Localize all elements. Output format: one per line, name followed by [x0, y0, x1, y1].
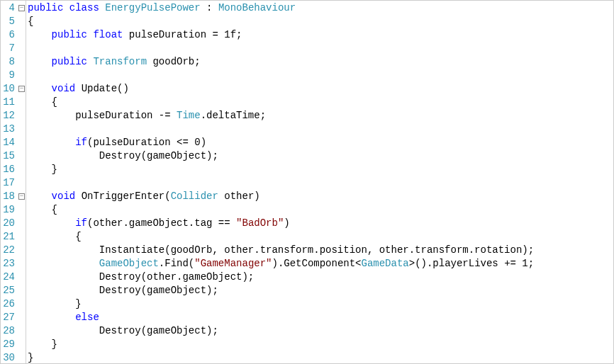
token-kw: if: [75, 137, 87, 148]
code-line[interactable]: else: [28, 311, 534, 324]
line-number: 28: [1, 324, 15, 338]
line-number: 11: [1, 96, 15, 109]
line-number: 29: [1, 338, 15, 351]
token-txt: pulseDuration = 1f;: [129, 29, 242, 40]
token-kw: void: [52, 190, 82, 202]
code-line[interactable]: Instantiate(goodOrb, other.transform.pos…: [28, 244, 534, 257]
token-type: GameObject: [99, 258, 159, 269]
line-number: 19: [1, 203, 15, 217]
token-txt: Destroy(other.gameObject);: [28, 271, 254, 283]
line-number: 25: [1, 284, 15, 297]
fold-spacer: [18, 96, 26, 109]
code-line[interactable]: }: [28, 297, 534, 311]
code-line[interactable]: }: [28, 338, 534, 351]
code-line[interactable]: [28, 123, 534, 136]
fold-spacer: [18, 203, 26, 217]
line-number: 24: [1, 271, 15, 284]
token-str: "GameManager": [194, 258, 272, 269]
token-kw: class: [69, 2, 105, 13]
line-number: 22: [1, 244, 15, 257]
fold-spacer: [18, 109, 26, 123]
fold-spacer: [18, 271, 26, 284]
code-line[interactable]: {: [28, 203, 534, 217]
line-number: 20: [1, 217, 15, 230]
fold-spacer: [18, 55, 26, 69]
fold-spacer: [18, 69, 26, 82]
code-line[interactable]: [28, 176, 534, 190]
line-number: 5: [1, 15, 15, 28]
code-line[interactable]: void OnTriggerEnter(Collider other): [28, 190, 534, 203]
token-kw: public: [52, 29, 94, 40]
token-kw: public: [52, 56, 94, 67]
code-area[interactable]: public class EnergyPulsePower : MonoBeha…: [26, 1, 534, 363]
code-line[interactable]: void Update(): [28, 82, 534, 96]
line-number: 23: [1, 257, 15, 271]
code-line[interactable]: [28, 42, 534, 55]
token-txt: }: [28, 339, 57, 350]
code-line[interactable]: {: [28, 96, 534, 109]
line-number: 26: [1, 297, 15, 311]
code-line[interactable]: pulseDuration -= Time.deltaTime;: [28, 109, 534, 123]
line-number: 12: [1, 109, 15, 123]
code-line[interactable]: public float pulseDuration = 1f;: [28, 28, 534, 42]
token-type: Transform: [93, 56, 147, 67]
token-txt: [28, 217, 75, 229]
token-txt: }: [28, 298, 82, 309]
fold-spacer: [18, 163, 26, 176]
token-txt: {: [28, 96, 57, 108]
token-txt: }: [28, 164, 57, 175]
code-line[interactable]: {: [28, 15, 534, 28]
line-number: 8: [1, 55, 15, 69]
fold-spacer: [18, 230, 26, 244]
token-txt: :: [201, 2, 218, 13]
code-line[interactable]: [28, 69, 534, 82]
fold-toggle-icon[interactable]: −: [18, 190, 26, 203]
line-number: 6: [1, 28, 15, 42]
code-line[interactable]: }: [28, 163, 534, 176]
token-txt: .deltaTime;: [201, 110, 266, 121]
fold-spacer: [18, 15, 26, 28]
code-line[interactable]: }: [28, 351, 534, 364]
token-txt: {: [28, 16, 33, 27]
fold-toggle-icon[interactable]: −: [18, 1, 26, 15]
code-editor[interactable]: 4567891011121314151617181920212223242526…: [1, 1, 613, 363]
token-txt: [28, 56, 52, 67]
fold-spacer: [18, 136, 26, 149]
code-line[interactable]: Destroy(gameObject);: [28, 324, 534, 338]
line-number: 17: [1, 176, 15, 190]
token-txt: Destroy(gameObject);: [28, 325, 218, 336]
line-number: 13: [1, 123, 15, 136]
fold-spacer: [18, 176, 26, 190]
code-line[interactable]: public class EnergyPulsePower : MonoBeha…: [28, 1, 534, 15]
code-line[interactable]: {: [28, 230, 534, 244]
fold-spacer: [18, 42, 26, 55]
token-txt: [28, 312, 75, 323]
code-line[interactable]: Destroy(other.gameObject);: [28, 271, 534, 284]
code-line[interactable]: public Transform goodOrb;: [28, 55, 534, 69]
token-txt: Update(): [82, 83, 129, 94]
fold-spacer: [18, 324, 26, 338]
token-str: "BadOrb": [236, 217, 284, 229]
token-type: Time: [177, 110, 201, 121]
token-type: EnergyPulsePower: [105, 2, 200, 13]
token-txt: {: [28, 231, 82, 242]
fold-toggle-icon[interactable]: −: [18, 82, 26, 96]
token-kw: if: [75, 217, 87, 229]
fold-spacer: [18, 123, 26, 136]
line-number: 15: [1, 149, 15, 163]
token-txt: }: [28, 352, 33, 363]
token-txt: goodOrb;: [147, 56, 201, 67]
code-line[interactable]: Destroy(gameObject);: [28, 149, 534, 163]
code-line[interactable]: Destroy(gameObject);: [28, 284, 534, 297]
token-txt: (pulseDuration <= 0): [87, 137, 206, 148]
token-txt: {: [28, 204, 57, 215]
code-line[interactable]: if(other.gameObject.tag == "BadOrb"): [28, 217, 534, 230]
token-txt: ).GetComponent<: [272, 258, 361, 269]
token-txt: other): [218, 190, 260, 202]
fold-spacer: [18, 297, 26, 311]
code-line[interactable]: GameObject.Find("GameManager").GetCompon…: [28, 257, 534, 271]
code-line[interactable]: if(pulseDuration <= 0): [28, 136, 534, 149]
token-txt: Destroy(gameObject);: [28, 150, 218, 161]
token-type: Collider: [171, 190, 218, 202]
fold-gutter: −−−: [18, 1, 26, 363]
